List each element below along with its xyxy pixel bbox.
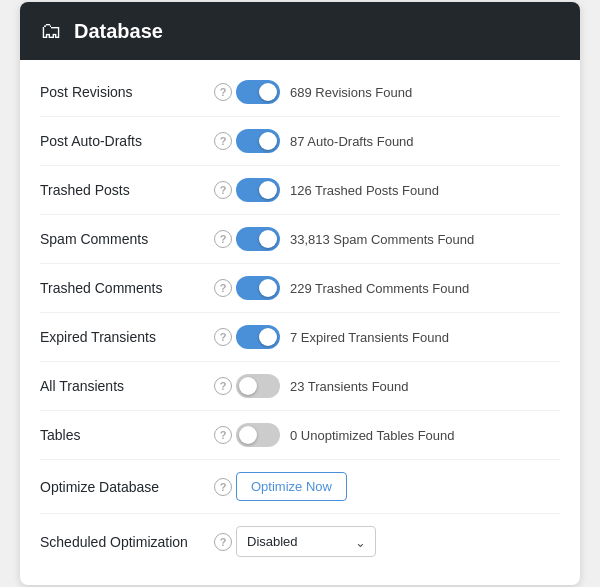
control-expired-transients: 7 Expired Transients Found: [236, 325, 560, 349]
label-tables: Tables: [40, 427, 210, 443]
control-post-revisions: 689 Revisions Found: [236, 80, 560, 104]
optimize-button[interactable]: Optimize Now: [236, 472, 347, 501]
dropdown-wrapper-scheduled-optimization: DisabledDailyWeeklyMonthly⌄: [236, 526, 376, 557]
dropdown-scheduled-optimization[interactable]: DisabledDailyWeeklyMonthly: [236, 526, 376, 557]
help-icon-post-revisions[interactable]: ?: [214, 83, 232, 101]
label-trashed-comments: Trashed Comments: [40, 280, 210, 296]
help-icon-optimize-database[interactable]: ?: [214, 478, 232, 496]
help-icon-all-transients[interactable]: ?: [214, 377, 232, 395]
row-post-auto-drafts: Post Auto-Drafts?87 Auto-Drafts Found: [40, 117, 560, 166]
toggle-tables[interactable]: [236, 423, 280, 447]
label-spam-comments: Spam Comments: [40, 231, 210, 247]
value-expired-transients: 7 Expired Transients Found: [290, 330, 449, 345]
label-post-auto-drafts: Post Auto-Drafts: [40, 133, 210, 149]
row-trashed-comments: Trashed Comments?229 Trashed Comments Fo…: [40, 264, 560, 313]
toggle-trashed-comments[interactable]: [236, 276, 280, 300]
value-trashed-posts: 126 Trashed Posts Found: [290, 183, 439, 198]
help-icon-trashed-comments[interactable]: ?: [214, 279, 232, 297]
label-all-transients: All Transients: [40, 378, 210, 394]
toggle-post-revisions[interactable]: [236, 80, 280, 104]
control-trashed-comments: 229 Trashed Comments Found: [236, 276, 560, 300]
row-expired-transients: Expired Transients?7 Expired Transients …: [40, 313, 560, 362]
toggle-expired-transients[interactable]: [236, 325, 280, 349]
control-tables: 0 Unoptimized Tables Found: [236, 423, 560, 447]
database-card: 🗂 Database Post Revisions?689 Revisions …: [20, 2, 580, 585]
help-icon-post-auto-drafts[interactable]: ?: [214, 132, 232, 150]
value-all-transients: 23 Transients Found: [290, 379, 409, 394]
card-body: Post Revisions?689 Revisions FoundPost A…: [20, 60, 580, 585]
value-tables: 0 Unoptimized Tables Found: [290, 428, 455, 443]
row-post-revisions: Post Revisions?689 Revisions Found: [40, 68, 560, 117]
control-spam-comments: 33,813 Spam Comments Found: [236, 227, 560, 251]
control-scheduled-optimization: DisabledDailyWeeklyMonthly⌄: [236, 526, 560, 557]
value-post-auto-drafts: 87 Auto-Drafts Found: [290, 134, 414, 149]
help-icon-scheduled-optimization[interactable]: ?: [214, 533, 232, 551]
label-optimize-database: Optimize Database: [40, 479, 210, 495]
database-icon: 🗂: [40, 18, 62, 44]
value-spam-comments: 33,813 Spam Comments Found: [290, 232, 474, 247]
card-header: 🗂 Database: [20, 2, 580, 60]
toggle-post-auto-drafts[interactable]: [236, 129, 280, 153]
row-optimize-database: Optimize Database?Optimize Now: [40, 460, 560, 514]
row-trashed-posts: Trashed Posts?126 Trashed Posts Found: [40, 166, 560, 215]
value-trashed-comments: 229 Trashed Comments Found: [290, 281, 469, 296]
label-trashed-posts: Trashed Posts: [40, 182, 210, 198]
control-post-auto-drafts: 87 Auto-Drafts Found: [236, 129, 560, 153]
row-tables: Tables?0 Unoptimized Tables Found: [40, 411, 560, 460]
row-spam-comments: Spam Comments?33,813 Spam Comments Found: [40, 215, 560, 264]
toggle-all-transients[interactable]: [236, 374, 280, 398]
row-all-transients: All Transients?23 Transients Found: [40, 362, 560, 411]
row-scheduled-optimization: Scheduled Optimization?DisabledDailyWeek…: [40, 514, 560, 569]
toggle-spam-comments[interactable]: [236, 227, 280, 251]
help-icon-expired-transients[interactable]: ?: [214, 328, 232, 346]
value-post-revisions: 689 Revisions Found: [290, 85, 412, 100]
toggle-trashed-posts[interactable]: [236, 178, 280, 202]
control-optimize-database: Optimize Now: [236, 472, 560, 501]
control-trashed-posts: 126 Trashed Posts Found: [236, 178, 560, 202]
help-icon-trashed-posts[interactable]: ?: [214, 181, 232, 199]
label-scheduled-optimization: Scheduled Optimization: [40, 534, 210, 550]
card-title: Database: [74, 20, 163, 43]
label-expired-transients: Expired Transients: [40, 329, 210, 345]
control-all-transients: 23 Transients Found: [236, 374, 560, 398]
help-icon-spam-comments[interactable]: ?: [214, 230, 232, 248]
help-icon-tables[interactable]: ?: [214, 426, 232, 444]
label-post-revisions: Post Revisions: [40, 84, 210, 100]
